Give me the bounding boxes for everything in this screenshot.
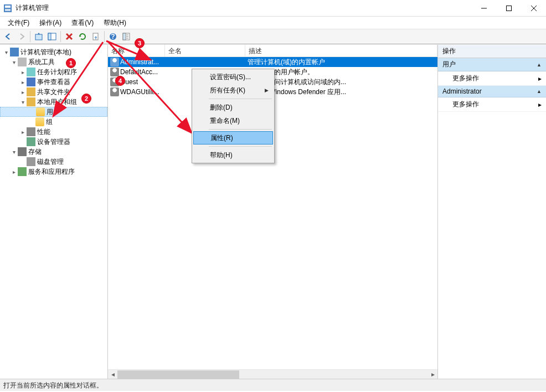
menu-set-password[interactable]: 设置密码(S)... [193, 70, 273, 84]
refresh-button[interactable] [76, 30, 89, 43]
actions-more-admin[interactable]: 更多操作 ▸ [438, 97, 546, 112]
forward-button[interactable] [16, 30, 28, 43]
user-disabled-icon [110, 87, 119, 96]
toolbar: ? [0, 29, 546, 44]
menu-rename[interactable]: 重命名(M) [193, 114, 273, 127]
tree-device-manager[interactable]: · 设备管理器 [0, 137, 107, 147]
expand-icon[interactable]: ▸ [10, 169, 18, 175]
menu-separator [209, 146, 272, 147]
menubar: 文件(F) 操作(A) 查看(V) 帮助(H) [0, 17, 546, 29]
context-menu: 设置密码(S)... 所有任务(K) ▶ 删除(D) 重命名(M) 属性(R) … [192, 69, 275, 163]
menu-label: 所有任务(K) [210, 86, 245, 95]
tree-event-viewer[interactable]: ▸ 事件查看器 [0, 77, 107, 87]
expand-icon[interactable]: ▸ [19, 129, 27, 135]
menu-label: 帮助(H) [210, 151, 233, 160]
expand-icon[interactable]: ▸ [19, 79, 27, 85]
tree-label: 设备管理器 [37, 137, 70, 147]
tree-label: 系统工具 [28, 58, 55, 67]
tree-performance[interactable]: ▸ 性能 [0, 127, 107, 137]
menu-delete[interactable]: 删除(D) [193, 101, 273, 114]
tree-storage[interactable]: ▾ 存储 [0, 147, 107, 157]
tree-users[interactable]: · 用户 [0, 107, 107, 117]
menu-view[interactable]: 查看(V) [67, 17, 98, 29]
properties-button[interactable] [120, 30, 132, 43]
delete-button[interactable] [63, 30, 75, 43]
titlebar: 计算机管理 [0, 0, 546, 17]
tree-groups[interactable]: · 组 [0, 117, 107, 127]
performance-icon [27, 127, 35, 136]
tree-local-users-groups[interactable]: ▾ 本地用户和组 [0, 97, 107, 107]
actions-section-users[interactable]: 用户 ▲ [438, 58, 546, 71]
menu-label: 设置密码(S)... [210, 73, 251, 82]
device-icon [27, 137, 35, 146]
minimize-button[interactable] [471, 0, 496, 16]
expand-icon[interactable]: ▸ [19, 69, 27, 75]
user-disabled-icon [110, 78, 119, 86]
scroll-right-button[interactable]: ▸ [428, 370, 437, 379]
action-label: 更多操作 [452, 100, 479, 109]
expand-icon[interactable]: ▸ [19, 89, 27, 95]
statusbar: 打开当前所选内容的属性对话框。 [0, 379, 546, 391]
action-label: 更多操作 [452, 74, 479, 83]
svg-rect-7 [35, 34, 42, 40]
svg-rect-14 [123, 33, 126, 40]
folder-icon [36, 107, 45, 116]
list-header: 名称 全名 描述 [108, 45, 437, 57]
folder-icon [35, 117, 44, 126]
maximize-button[interactable] [496, 0, 521, 16]
tree-disk-management[interactable]: · 磁盘管理 [0, 157, 107, 167]
list-row-administrator[interactable]: Administrat... 管理计算机(域)的内置帐户 [108, 57, 437, 67]
expand-icon[interactable]: ▾ [10, 149, 18, 155]
cell-name: Administrat... [120, 58, 159, 66]
section-label: 用户 [442, 60, 456, 69]
tree-label: 组 [46, 117, 53, 127]
menu-separator [209, 129, 272, 130]
submenu-icon: ▸ [538, 75, 542, 82]
toolbar-separator [60, 31, 61, 42]
computer-mgmt-icon [10, 48, 19, 56]
help-button[interactable]: ? [107, 30, 119, 43]
up-button[interactable] [33, 30, 45, 43]
actions-more-users[interactable]: 更多操作 ▸ [438, 71, 546, 86]
column-description[interactable]: 描述 [245, 45, 437, 56]
scheduler-icon [27, 68, 35, 76]
tree-services-apps[interactable]: ▸ 服务和应用程序 [0, 167, 107, 177]
event-icon [27, 78, 35, 86]
user-icon [110, 58, 119, 66]
menu-properties[interactable]: 属性(R) [193, 131, 273, 145]
tree-shared-folders[interactable]: ▸ 共享文件夹 [0, 87, 107, 97]
tree-label: 共享文件夹 [37, 87, 70, 97]
menu-action[interactable]: 操作(A) [35, 17, 66, 29]
toolbar-separator [30, 31, 30, 42]
tree-root[interactable]: ▾ 计算机管理(本地) [0, 47, 107, 57]
show-hide-tree-button[interactable] [46, 30, 58, 43]
collapse-icon: ▲ [537, 62, 542, 68]
menu-help[interactable]: 帮助(H) [193, 148, 273, 162]
export-button[interactable] [90, 30, 102, 43]
column-name[interactable]: 名称 [108, 45, 165, 56]
menu-help[interactable]: 帮助(H) [99, 17, 131, 29]
actions-section-administrator[interactable]: Administrator ▲ [438, 86, 546, 97]
section-label: Administrator [442, 87, 482, 95]
tree-pane[interactable]: ▾ 计算机管理(本地) ▾ 系统工具 ▸ [0, 45, 108, 379]
cell-name: DefaultAcc... [120, 68, 158, 76]
column-fullname[interactable]: 全名 [165, 45, 245, 56]
cell-desc: 管理计算机(域)的内置帐户 [248, 58, 325, 67]
expand-icon[interactable]: ▾ [10, 59, 18, 65]
close-button[interactable] [521, 0, 546, 16]
menu-all-tasks[interactable]: 所有任务(K) ▶ [193, 84, 273, 97]
back-button[interactable] [2, 30, 14, 43]
submenu-icon: ▸ [538, 101, 542, 109]
scroll-thumb[interactable] [117, 370, 239, 379]
tree-label: 用户 [47, 107, 60, 117]
tree-task-scheduler[interactable]: ▸ 任务计划程序 [0, 67, 107, 77]
tree-label: 性能 [37, 127, 50, 137]
svg-rect-4 [506, 6, 511, 11]
horizontal-scrollbar[interactable]: ◂ ▸ [108, 369, 437, 379]
expand-icon[interactable]: ▾ [19, 99, 27, 105]
menu-file[interactable]: 文件(F) [3, 17, 34, 29]
svg-text:?: ? [111, 33, 115, 40]
expand-icon[interactable]: ▾ [2, 49, 10, 55]
scroll-left-button[interactable]: ◂ [108, 370, 117, 379]
tree-system-tools[interactable]: ▾ 系统工具 [0, 57, 107, 67]
